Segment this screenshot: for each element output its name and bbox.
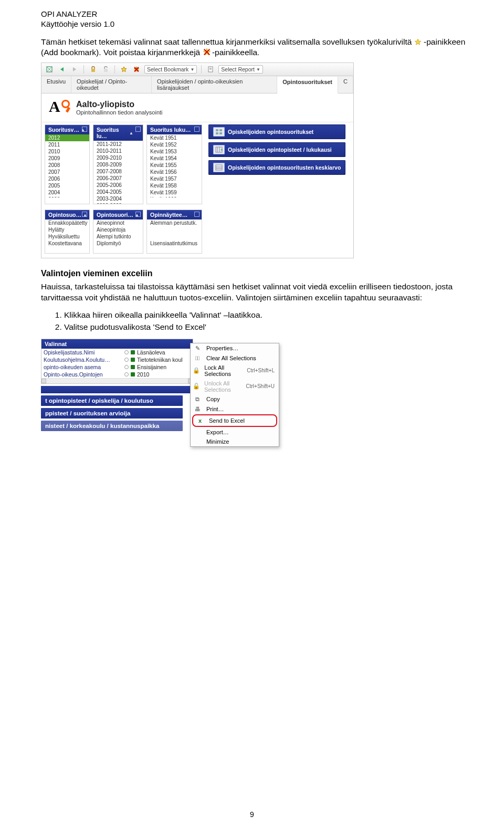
list-item[interactable]: Kevät 1954	[147, 155, 202, 162]
panel-opinnayttee[interactable]: Opinnäyttee… Alemman perustutk. Lisensia…	[146, 210, 202, 254]
step-1: Klikkaa hiiren oikealla painikkeella 'Va…	[64, 309, 467, 321]
list-item[interactable]: 2008	[45, 162, 89, 169]
bookmark-add-icon[interactable]	[119, 65, 129, 74]
panel-suoritusv[interactable]: Suoritusv…▲ 2012 2011 2010 2009 2008 200…	[45, 124, 90, 204]
selection-row[interactable]: Koulutusohjelma.Koulutu…Tietotekniikan k…	[41, 356, 193, 363]
list-item[interactable]: Alemman perustutk.	[147, 219, 202, 226]
list-item[interactable]: Aineopintoja	[93, 226, 143, 233]
list-item[interactable]: 2002-2003	[93, 202, 143, 204]
app1-toolbar: Select Bookmark▼ Select Report▼	[41, 63, 353, 76]
list-item[interactable]: Kevät 1957	[147, 175, 202, 182]
panel-opintosuori[interactable]: Opintosuori…▲ Aineopinnot Aineopintoja A…	[93, 210, 143, 254]
back-icon[interactable]	[57, 65, 67, 74]
list-item[interactable]: 2007-2008	[93, 168, 143, 175]
right-option-3[interactable]: Opiskelijoiden opintosuoritusten keskiar…	[208, 160, 345, 175]
report-dropdown[interactable]: Select Report▼	[218, 65, 263, 74]
tab-lisarajaukset[interactable]: Opiskelijoiden / opinto-oikeuksien lisär…	[152, 76, 277, 93]
tab-opiskelijat[interactable]: Opiskelijat / Opinto-oikeudet	[71, 76, 152, 93]
report-icon[interactable]	[206, 65, 215, 74]
tab-more[interactable]: C	[338, 76, 353, 93]
list-item[interactable]: Ennakkopäätetty	[45, 219, 89, 226]
intro-text-c: -painikkeella.	[212, 48, 259, 57]
ctx-clear[interactable]: �⃠Clear All Selections	[191, 353, 279, 363]
tab-etusivu[interactable]: Etusivu	[41, 76, 71, 93]
ctx-copy[interactable]: ⧉Copy	[191, 394, 279, 404]
context-menu: ✎Properties… �⃠Clear All Selections 🔒Loc…	[190, 343, 279, 447]
list-item[interactable]	[147, 226, 202, 233]
list-item[interactable]: Kevät 1959	[147, 189, 202, 196]
right-option-1[interactable]: Opiskelijoiden opintosuoritukset	[208, 124, 345, 139]
panel-menu-icon[interactable]	[135, 127, 141, 132]
grid-plus-icon: +	[213, 145, 225, 154]
panel-menu-icon[interactable]	[194, 212, 200, 217]
excel-icon: x	[195, 417, 205, 424]
bar-2[interactable]: ppisteet / suorituksen arvioija	[41, 408, 183, 419]
selection-row[interactable]: opinto-oikeuden asemaEnsisijainen	[41, 363, 193, 371]
list-item[interactable]: Hyväksiluettu	[45, 233, 89, 240]
panel-suorituslu[interactable]: Suoritus lu…▲ 2011-2012 2010-2011 2009-2…	[93, 124, 143, 204]
bar-3[interactable]: nisteet / korkeakoulu / kustannuspaikka	[41, 421, 183, 431]
list-item[interactable]: 2009-2010	[93, 154, 143, 161]
lock-icon[interactable]	[88, 65, 98, 74]
list-item[interactable]: 2011-2012	[93, 141, 143, 148]
panel-suoritusluku[interactable]: Suoritus luku… Kevät 1951 Kevät 1952 Kev…	[146, 124, 202, 204]
ctx-lock[interactable]: 🔒Lock All SelectionsCtrl+Shift+L	[191, 363, 279, 379]
ctx-properties[interactable]: ✎Properties…	[191, 343, 279, 353]
panel-menu-icon[interactable]	[82, 127, 87, 132]
ctx-send-to-excel[interactable]: xSend to Excel	[193, 416, 274, 425]
ctx-print[interactable]: 🖶Print…	[191, 404, 279, 414]
list-item[interactable]: Lisensiaatintutkimus	[147, 240, 202, 247]
ctx-export[interactable]: Export…	[191, 427, 279, 437]
svg-rect-19	[219, 132, 222, 134]
unlock-icon[interactable]	[101, 65, 110, 74]
bookmark-remove-icon[interactable]	[132, 65, 141, 74]
list-item[interactable]: Kevät 1956	[147, 169, 202, 175]
panel-menu-icon[interactable]	[194, 127, 200, 132]
list-item[interactable]: 2007	[45, 169, 89, 175]
list-item[interactable]: Aineopinnot	[93, 219, 143, 226]
forward-icon[interactable]	[70, 65, 79, 74]
star-remove-icon	[203, 48, 210, 55]
list-item[interactable]: Kevät 1953	[147, 148, 202, 155]
selection-row[interactable]: Opiskelijastatus.NimiLäsnäoleva	[41, 349, 193, 356]
list-item[interactable]: Diplomityö	[93, 240, 143, 247]
list-item[interactable]: 2012	[45, 134, 89, 141]
scroll-left-icon[interactable]	[41, 379, 46, 383]
list-item[interactable]: Kevät 1952	[147, 141, 202, 148]
list-item[interactable]: 2004	[45, 189, 89, 196]
list-item[interactable]: 2006-2007	[93, 175, 143, 182]
bar-1[interactable]: t opintopisteet / opiskelija / koulutuso	[41, 395, 183, 406]
panel-menu-icon[interactable]	[135, 212, 141, 217]
list-item[interactable]: 2009	[45, 155, 89, 162]
list-item[interactable]: 2010	[45, 148, 89, 155]
list-item[interactable]: 2004-2005	[93, 189, 143, 195]
tab-opintosuoritukset[interactable]: Opintosuoritukset	[277, 77, 338, 93]
list-item[interactable]: Alempi tutkinto	[93, 233, 143, 240]
right-option-2[interactable]: +Opiskelijoiden opintopisteet / lukukaus…	[208, 142, 345, 157]
clear-icon[interactable]	[45, 65, 54, 74]
panel-opintosuo[interactable]: Opintosuo…▲ Ennakkopäätetty Hylätty Hyvä…	[45, 210, 90, 254]
list-item[interactable]: 2005	[45, 182, 89, 189]
bookmark-dropdown[interactable]: Select Bookmark▼	[144, 65, 197, 74]
list-item[interactable]: 2008-2009	[93, 161, 143, 168]
list-item[interactable]: Koostettavana	[45, 240, 89, 247]
list-item[interactable]: Kevät 1955	[147, 162, 202, 169]
list-item[interactable]: 2005-2006	[93, 182, 143, 189]
print-icon: 🖶	[193, 406, 202, 412]
list-item[interactable]: Kevät 1958	[147, 182, 202, 189]
ctx-minimize[interactable]: Minimize	[191, 437, 279, 446]
list-item[interactable]	[147, 233, 202, 240]
section-export-title: Valintojen vieminen exceliin	[41, 269, 467, 278]
list-item[interactable]: 2011	[45, 141, 89, 148]
list-item[interactable]: 2003	[45, 196, 89, 197]
list-item[interactable]: 2003-2004	[93, 195, 143, 202]
panel-menu-icon[interactable]	[82, 212, 87, 217]
list-item[interactable]: Hylätty	[45, 226, 89, 233]
list-item[interactable]: 2010-2011	[93, 148, 143, 154]
list-item[interactable]: Kevät 1960	[147, 196, 202, 197]
selections-panel[interactable]: Valinnat Opiskelijastatus.NimiLäsnäoleva…	[41, 339, 193, 384]
list-item[interactable]: 2006	[45, 175, 89, 182]
selection-row[interactable]: Opinto-oikeus.Opintojen2010	[41, 371, 193, 378]
list-item[interactable]: Kevät 1951	[147, 134, 202, 141]
svg-rect-24	[216, 165, 222, 170]
